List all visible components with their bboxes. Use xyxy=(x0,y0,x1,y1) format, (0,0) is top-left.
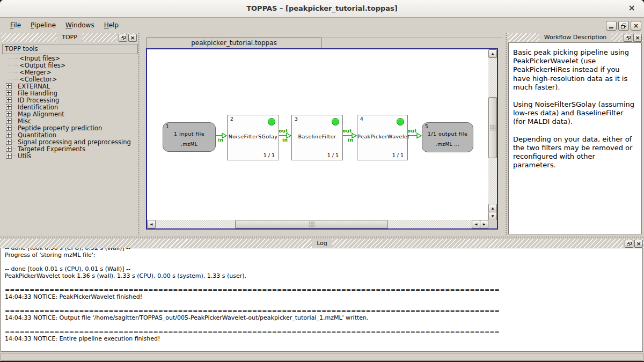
scroll-right-button[interactable]: ▶ xyxy=(480,220,488,228)
mdi-restore-button[interactable] xyxy=(618,21,629,31)
node-1-input-file[interactable]: 11 input file.mzML xyxy=(163,122,216,152)
tree-branch xyxy=(9,79,18,80)
tree-item-filehandling[interactable]: File Handling xyxy=(2,90,135,97)
node-title: 1 input file xyxy=(163,131,215,137)
expand-icon[interactable] xyxy=(6,104,12,110)
tree-item-targetedexperiments[interactable]: Targeted Experiments xyxy=(2,145,135,152)
tree-item-label: ID Processing xyxy=(18,97,59,104)
right-splitter-handle[interactable] xyxy=(505,33,508,235)
horizontal-scroll-thumb[interactable] xyxy=(235,220,388,228)
topp-dock-close-button[interactable]: × xyxy=(128,34,137,42)
menu-windows[interactable]: Windows xyxy=(61,20,99,31)
tree-item-label: EXTERNAL xyxy=(18,83,50,90)
window-close-icon[interactable]: × xyxy=(628,3,635,13)
description-dock-titlebar: Workflow Description × xyxy=(508,33,643,42)
scroll-down-button[interactable]: ▼ xyxy=(488,212,497,220)
close-icon: × xyxy=(635,35,640,41)
description-paragraph: Using NoiseFilterSGolay (assuming low-re… xyxy=(513,100,637,127)
scroll-left-button-2[interactable]: ◀ xyxy=(472,220,480,228)
tree-item-inputfiles[interactable]: <Input files> xyxy=(2,55,135,62)
description-dock-close-button[interactable]: × xyxy=(633,34,642,42)
tree-item-peptidepropertyprediction[interactable]: Peptide property prediction xyxy=(2,124,135,131)
edge-out-label: out xyxy=(407,128,417,134)
tab-peakpicker-tutorial[interactable]: peakpicker_tutorial.toppas xyxy=(146,37,322,49)
node-baselinefilter[interactable]: 3BaselineFilter1 / 1 xyxy=(291,115,343,160)
arrow-left-icon: ◀ xyxy=(150,223,153,226)
node-peakpickerwavelet[interactable]: 4PeakPickerWavelet1 / 1 xyxy=(357,115,408,160)
log-dock-float-button[interactable] xyxy=(625,240,633,248)
menu-help[interactable]: Help xyxy=(99,20,123,31)
tree-branch xyxy=(13,107,16,108)
canvas-vertical-scrollbar[interactable]: ▲ ▲ ▼ xyxy=(488,49,497,220)
expand-icon[interactable] xyxy=(6,83,12,89)
topp-tree: <Input files><Output files><Merger><Coll… xyxy=(2,55,135,159)
expand-icon[interactable] xyxy=(6,97,12,103)
node-title: BaselineFilter xyxy=(292,134,342,139)
canvas-horizontal-scrollbar[interactable]: ◀ ◀ ▶ xyxy=(147,220,488,228)
log-dock-close-button[interactable]: × xyxy=(634,240,643,248)
log-line: 14:04:33 NOTICE: PeakPickerWavelet finis… xyxy=(1,293,642,300)
expand-icon[interactable] xyxy=(6,139,12,145)
mdi-minimize-button[interactable] xyxy=(606,21,617,31)
status-green-icon xyxy=(268,118,275,125)
log-dock-title: Log xyxy=(312,239,332,248)
tree-item-label: <Collector> xyxy=(19,76,57,83)
tree-item-idprocessing[interactable]: ID Processing xyxy=(2,97,135,104)
arrow-up-icon: ▲ xyxy=(492,52,494,55)
expand-icon[interactable] xyxy=(6,146,12,152)
log-line xyxy=(1,279,642,286)
expand-icon[interactable] xyxy=(6,111,12,117)
tree-item-label: Targeted Experiments xyxy=(18,145,85,153)
expand-icon[interactable] xyxy=(6,132,12,138)
vertical-scroll-thumb[interactable] xyxy=(488,97,497,158)
tree-item-merger[interactable]: <Merger> xyxy=(2,69,135,76)
log-line: ========================================… xyxy=(1,286,642,293)
tree-item-outputfiles[interactable]: <Output files> xyxy=(2,62,135,69)
expand-icon[interactable] xyxy=(6,118,12,124)
scroll-left-button[interactable]: ◀ xyxy=(147,220,156,228)
window-titlebar: TOPPAS – [peakpicker_tutorial.toppas] × xyxy=(0,0,644,18)
expand-icon[interactable] xyxy=(6,125,12,131)
window-title: TOPPAS – [peakpicker_tutorial.toppas] xyxy=(0,4,644,12)
tree-item-label: Peptide property prediction xyxy=(18,124,102,132)
menu-items: FilePipelineWindowsHelp xyxy=(5,20,123,31)
tree-item-label: Utils xyxy=(18,152,31,160)
menu-file[interactable]: File xyxy=(5,20,26,31)
tree-branch xyxy=(13,156,16,157)
node-1-1-output-file[interactable]: 51/1 output file.mzML ... xyxy=(422,122,473,152)
tree-item-identification[interactable]: Identification xyxy=(2,104,135,110)
node-noisefiltersgolay[interactable]: 2NoiseFilterSGolay1 / 1 xyxy=(227,115,279,160)
scrollbar-corner xyxy=(488,220,497,228)
description-dock-float-button[interactable] xyxy=(624,34,632,42)
expand-icon[interactable] xyxy=(6,153,12,159)
tree-item-label: File Handling xyxy=(18,90,57,97)
log-line xyxy=(1,300,642,307)
tree-item-utils[interactable]: Utils xyxy=(2,152,135,159)
minimize-icon xyxy=(609,27,613,28)
workflow-description-text: Basic peak picking pipeline using PeakPi… xyxy=(508,42,642,234)
workflow-draw-area[interactable]: 11 input file.mzML2NoiseFilterSGolay1 / … xyxy=(147,49,488,220)
workflow-canvas: 11 input file.mzML2NoiseFilterSGolay1 / … xyxy=(146,48,498,230)
tree-item-external[interactable]: EXTERNAL xyxy=(2,83,135,90)
node-number: 5 xyxy=(425,124,428,129)
tree-item-label: <Merger> xyxy=(19,69,52,76)
topp-dock-float-button[interactable] xyxy=(119,34,127,42)
tree-item-mapalignment[interactable]: Map Alignment xyxy=(2,110,135,117)
tree-item-collector[interactable]: <Collector> xyxy=(2,76,135,83)
arrow-left-icon: ◀ xyxy=(475,223,478,226)
node-title: 1/1 output file xyxy=(422,131,473,137)
tree-item-label: Map Alignment xyxy=(18,110,64,118)
tree-branch xyxy=(9,72,18,73)
expand-icon[interactable] xyxy=(6,90,12,96)
tree-item-label: Identification xyxy=(18,104,58,111)
close-icon: × xyxy=(636,241,641,247)
left-splitter-handle[interactable] xyxy=(137,33,140,235)
tree-item-quantitation[interactable]: Quantitation xyxy=(2,131,135,138)
scroll-up-button-2[interactable]: ▲ xyxy=(488,204,497,212)
scroll-up-button[interactable]: ▲ xyxy=(488,49,497,58)
menu-pipeline[interactable]: Pipeline xyxy=(26,20,61,31)
tree-item-signalprocessingandpreprocessing[interactable]: Signal processing and preprocessing xyxy=(2,138,135,145)
tree-item-misc[interactable]: Misc xyxy=(2,117,135,124)
mdi-close-button[interactable]: × xyxy=(631,21,641,31)
restore-icon xyxy=(621,24,626,28)
